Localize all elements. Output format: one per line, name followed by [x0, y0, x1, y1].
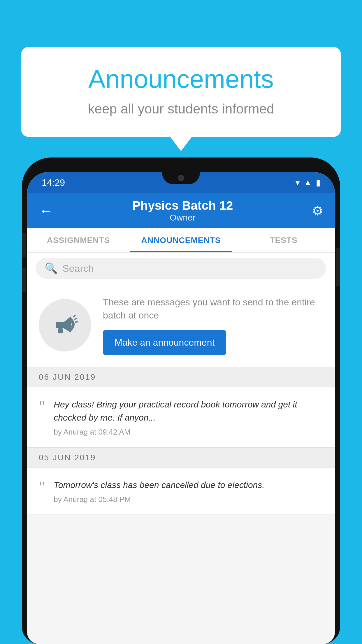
notch: [162, 172, 200, 184]
quote-icon-2: ": [39, 480, 45, 504]
speech-bubble: Announcements keep all your students inf…: [21, 47, 341, 137]
promo-text: These are messages you want to send to t…: [103, 296, 323, 322]
promo-card: These are messages you want to send to t…: [27, 284, 335, 367]
tab-tests[interactable]: TESTS: [232, 228, 335, 252]
app-header: ← Physics Batch 12 Owner ⚙: [27, 193, 335, 228]
camera: [178, 175, 184, 181]
announcement-item-1[interactable]: " Hey class! Bring your practical record…: [27, 387, 335, 447]
quote-icon-1: ": [39, 399, 45, 437]
search-bar-container: 🔍 Search: [27, 253, 335, 284]
announcement-meta-1: by Anurag at 09:42 AM: [54, 428, 323, 437]
promo-icon-circle: [39, 299, 91, 351]
announcement-meta-2: by Anurag at 05:48 PM: [54, 495, 323, 504]
side-button-vol-down: [22, 268, 26, 292]
search-placeholder: Search: [62, 263, 94, 274]
date-separator-1: 06 JUN 2019: [27, 367, 335, 387]
status-bar: 14:29 ▾ ▲ ▮: [27, 172, 335, 193]
battery-icon: ▮: [316, 178, 320, 188]
announcement-text-2: Tomorrow's class has been cancelled due …: [54, 478, 323, 491]
phone-frame: 14:29 ▾ ▲ ▮ ← Physics Batch 12 Owner ⚙ A…: [22, 158, 340, 644]
announcement-text-block-1: Hey class! Bring your practical record b…: [54, 398, 323, 437]
header-subtitle: Owner: [53, 213, 312, 223]
back-button[interactable]: ←: [39, 202, 53, 219]
speech-bubble-section: Announcements keep all your students inf…: [21, 47, 341, 137]
svg-rect-0: [58, 328, 63, 333]
bubble-title: Announcements: [44, 64, 318, 94]
status-icons: ▾ ▲ ▮: [296, 178, 320, 188]
tabs-bar: ASSIGNMENTS ANNOUNCEMENTS TESTS: [27, 228, 335, 253]
search-icon: 🔍: [45, 262, 58, 274]
signal-icon: ▲: [304, 178, 312, 187]
settings-button[interactable]: ⚙: [312, 203, 323, 218]
status-time: 14:29: [42, 177, 65, 188]
announcement-text-block-2: Tomorrow's class has been cancelled due …: [54, 478, 323, 504]
date-separator-2: 05 JUN 2019: [27, 447, 335, 468]
search-bar[interactable]: 🔍 Search: [36, 258, 326, 279]
header-title-block: Physics Batch 12 Owner: [53, 199, 312, 223]
svg-line-2: [74, 318, 77, 319]
megaphone-icon: [50, 311, 80, 340]
svg-line-1: [73, 315, 75, 317]
phone-screen: 14:29 ▾ ▲ ▮ ← Physics Batch 12 Owner ⚙ A…: [27, 172, 335, 644]
side-button-power: [336, 248, 340, 286]
header-title: Physics Batch 12: [53, 199, 312, 213]
tab-assignments[interactable]: ASSIGNMENTS: [27, 228, 130, 252]
promo-content: These are messages you want to send to t…: [103, 296, 323, 355]
wifi-icon: ▾: [296, 178, 300, 188]
bubble-subtitle: keep all your students informed: [44, 101, 318, 117]
svg-line-3: [75, 322, 78, 322]
side-button-vol-up: [22, 233, 26, 257]
make-announcement-button[interactable]: Make an announcement: [103, 330, 226, 355]
tab-announcements[interactable]: ANNOUNCEMENTS: [130, 228, 232, 252]
announcement-text-1: Hey class! Bring your practical record b…: [54, 398, 323, 424]
announcement-item-2[interactable]: " Tomorrow's class has been cancelled du…: [27, 468, 335, 515]
